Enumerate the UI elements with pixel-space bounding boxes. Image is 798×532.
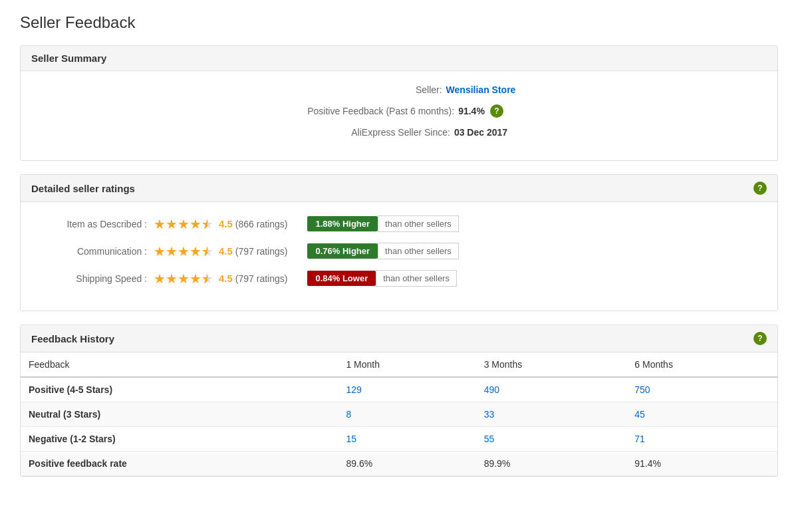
seller-link[interactable]: Wensilian Store [446,84,516,95]
positive-feedback-help-icon[interactable]: ? [490,104,503,118]
than-others-0: than other sellers [378,215,459,232]
stars-2: ★★★★★★ [154,271,213,287]
history-cell-0-2: 750 [626,377,777,402]
rating-score-2: 4.5 [219,273,233,284]
rating-count-0: (866 ratings) [235,219,288,229]
detailed-ratings-header: Detailed seller ratings ? [21,175,777,202]
detailed-ratings-help-icon[interactable]: ? [753,182,767,195]
history-row-1: Neutral (3 Stars)83345 [21,402,777,427]
seller-since-value: 03 Dec 2017 [454,127,507,138]
positive-feedback-row: Positive Feedback (Past 6 months): 91.4%… [41,104,757,118]
history-row-2: Negative (1-2 Stars)155571 [21,427,777,452]
rating-score-1: 4.5 [219,245,233,257]
comparison-badge-1: 0.76% Higher [307,243,378,259]
rating-label-2: Shipping Speed : [41,273,147,284]
rating-label-1: Communication : [41,246,147,257]
history-col-3: 6 Months [626,352,777,377]
detailed-ratings-card: Detailed seller ratings ? Item as Descri… [20,174,778,311]
feedback-history-card: Feedback History ? Feedback1 Month3 Mont… [20,325,778,477]
history-cell-1-1: 33 [476,402,627,427]
feedback-history-header: Feedback History ? [21,325,777,352]
comp-group-1: 0.76% Higherthan other sellers [307,243,458,259]
rating-row-0: Item as Described :★★★★★★4.5(866 ratings… [41,215,757,232]
feedback-history-table: Feedback1 Month3 Months6 Months Positive… [21,352,777,476]
rating-row-2: Shipping Speed :★★★★★★4.5(797 ratings)0.… [41,270,757,287]
history-header-row: Feedback1 Month3 Months6 Months [21,352,777,377]
feedback-history-title: Feedback History [31,333,114,344]
history-col-2: 3 Months [476,352,627,377]
stars-0: ★★★★★★ [154,216,213,232]
history-row-3: Positive feedback rate89.6%89.9%91.4% [21,452,777,476]
detailed-ratings-title: Detailed seller ratings [31,183,135,194]
history-cell-0-1: 490 [476,377,627,402]
history-table-body: Positive (4-5 Stars)129490750Neutral (3 … [21,377,777,476]
seller-summary-body: Seller: Wensilian Store Positive Feedbac… [21,71,777,160]
history-row-label-1: Neutral (3 Stars) [21,402,338,427]
rating-row-1: Communication :★★★★★★4.5(797 ratings)0.7… [41,243,757,259]
history-cell-3-0: 89.6% [338,452,475,476]
seller-name-row: Seller: Wensilian Store [41,84,757,95]
history-cell-2-1: 55 [476,427,627,452]
history-cell-3-2: 91.4% [626,452,777,476]
comparison-badge-2: 0.84% Lower [307,271,376,286]
history-col-0: Feedback [21,352,338,377]
history-col-1: 1 Month [338,352,475,377]
seller-summary-header: Seller Summary [21,46,777,71]
rating-score-0: 4.5 [219,218,233,229]
comp-group-2: 0.84% Lowerthan other sellers [307,270,457,287]
history-row-0: Positive (4-5 Stars)129490750 [21,377,777,402]
history-cell-2-2: 71 [626,427,777,452]
history-cell-1-0: 8 [338,402,475,427]
detailed-ratings-body: Item as Described :★★★★★★4.5(866 ratings… [21,202,777,311]
seller-summary-card: Seller Summary Seller: Wensilian Store P… [20,45,778,161]
history-cell-2-0: 15 [338,427,475,452]
than-others-2: than other sellers [376,270,457,287]
seller-label: Seller: [283,84,442,95]
rating-label-0: Item as Described : [41,219,147,229]
seller-since-row: AliExpress Seller Since: 03 Dec 2017 [41,127,757,138]
than-others-1: than other sellers [378,243,459,259]
history-cell-3-1: 89.9% [476,452,627,476]
history-cell-1-2: 45 [626,402,777,427]
feedback-history-body: Feedback1 Month3 Months6 Months Positive… [21,352,777,476]
feedback-history-help-icon[interactable]: ? [753,332,767,345]
history-row-label-3: Positive feedback rate [21,452,338,476]
positive-feedback-label: Positive Feedback (Past 6 months): [295,106,454,116]
page-title: Seller Feedback [20,13,778,32]
comparison-badge-0: 1.88% Higher [307,216,378,231]
comp-group-0: 1.88% Higherthan other sellers [307,215,458,232]
rating-count-1: (797 ratings) [235,246,288,257]
history-cell-0-0: 129 [338,377,475,402]
seller-summary-title: Seller Summary [31,53,106,64]
history-row-label-2: Negative (1-2 Stars) [21,427,338,452]
seller-since-label: AliExpress Seller Since: [291,127,450,138]
stars-1: ★★★★★★ [154,243,213,259]
positive-feedback-value: 91.4% [458,106,485,116]
rating-count-2: (797 ratings) [235,273,288,284]
history-table-head: Feedback1 Month3 Months6 Months [21,352,777,377]
history-row-label-0: Positive (4-5 Stars) [21,377,338,402]
